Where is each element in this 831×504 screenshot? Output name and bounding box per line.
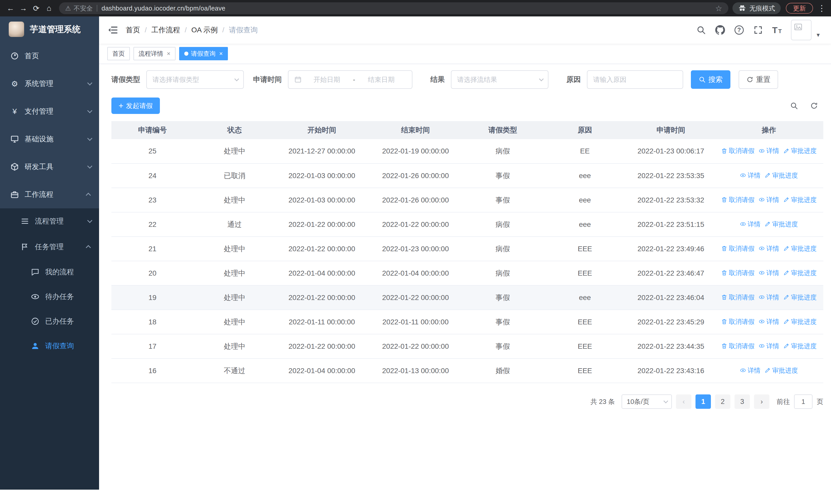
sidebar-item-leave-query[interactable]: 请假查询: [0, 334, 99, 358]
tab-leave-query[interactable]: 请假查询 ×: [179, 47, 228, 60]
prev-page-button[interactable]: ‹: [676, 394, 691, 409]
next-page-button[interactable]: ›: [754, 394, 769, 409]
browser-back-icon[interactable]: ←: [5, 2, 17, 14]
details-link[interactable]: 详情: [758, 318, 779, 326]
search-button[interactable]: 搜索: [691, 70, 730, 89]
avatar[interactable]: [791, 20, 811, 40]
page-button-2[interactable]: 2: [715, 394, 730, 409]
edit-icon: [783, 319, 790, 325]
details-link[interactable]: 详情: [758, 244, 779, 253]
breadcrumb-item-oa-example[interactable]: OA 示例: [192, 25, 218, 35]
approval-progress-link[interactable]: 审批进度: [783, 244, 816, 253]
page-size-select[interactable]: 10条/页: [622, 394, 672, 409]
page-button-3[interactable]: 3: [735, 394, 750, 409]
sidebar-item-system-management[interactable]: ⚙ 系统管理: [0, 70, 99, 97]
sidebar-item-task-management[interactable]: 任务管理: [0, 234, 99, 260]
sidebar-item-payment-management[interactable]: ¥ 支付管理: [0, 97, 99, 125]
chevron-down-icon[interactable]: ▾: [816, 31, 820, 38]
action-label: 详情: [766, 196, 779, 204]
chevron-down-icon: [234, 77, 239, 81]
browser-update-button[interactable]: 更新: [786, 3, 813, 13]
cancel-leave-link[interactable]: 取消请假: [721, 196, 754, 204]
approval-progress-link[interactable]: 审批进度: [783, 196, 816, 204]
bookmark-star-icon[interactable]: ☆: [715, 4, 722, 13]
details-link[interactable]: 详情: [758, 269, 779, 277]
browser-menu-icon[interactable]: ⋮: [817, 3, 826, 13]
incognito-label: 无痕模式: [749, 4, 775, 12]
sidebar-item-process-management[interactable]: 流程管理: [0, 208, 99, 234]
action-label: 取消请假: [729, 147, 754, 155]
cell-id: 24: [111, 164, 194, 188]
close-icon[interactable]: ×: [219, 50, 223, 57]
search-toggle-icon[interactable]: [790, 101, 798, 110]
details-link[interactable]: 详情: [740, 220, 761, 228]
approval-progress-link[interactable]: 审批进度: [765, 171, 798, 180]
approval-progress-link[interactable]: 审批进度: [783, 293, 816, 301]
result-select[interactable]: 请选择流结果: [451, 70, 548, 89]
sidebar-item-home[interactable]: 首页: [0, 42, 99, 70]
create-leave-button[interactable]: + 发起请假: [111, 97, 160, 114]
cell-end: 2022-01-13 00:00:00: [368, 358, 463, 383]
eye-icon: [758, 148, 765, 154]
sidebar-item-done-tasks[interactable]: 已办任务: [0, 309, 99, 334]
address-bar[interactable]: ⚠ 不安全 dashboard.yudao.iocoder.cn/bpm/oa/…: [59, 2, 728, 14]
menu-fold-icon[interactable]: [107, 25, 118, 35]
sidebar-item-dev-tools[interactable]: 研发工具: [0, 153, 99, 181]
chevron-down-icon: [663, 398, 668, 403]
sidebar-item-infrastructure[interactable]: 基础设施: [0, 125, 99, 153]
apply-time-range-picker[interactable]: 开始日期 - 结束日期: [288, 70, 412, 89]
browser-forward-icon[interactable]: →: [18, 2, 29, 14]
close-icon[interactable]: ×: [167, 50, 170, 57]
search-icon[interactable]: [696, 25, 706, 35]
app-logo[interactable]: 芋道管理系统: [0, 17, 99, 42]
details-link[interactable]: 详情: [740, 171, 761, 180]
details-link[interactable]: 详情: [740, 366, 761, 375]
edit-icon: [765, 172, 771, 178]
goto-page-input[interactable]: [794, 394, 812, 409]
chevron-down-icon: [539, 77, 544, 81]
details-link[interactable]: 详情: [758, 147, 779, 155]
cancel-leave-link[interactable]: 取消请假: [721, 293, 754, 301]
details-link[interactable]: 详情: [758, 196, 779, 204]
search-icon: [698, 76, 706, 83]
cell-end: 2022-01-26 00:00:00: [368, 164, 463, 188]
breadcrumb-item-home[interactable]: 首页: [126, 25, 140, 35]
tab-home[interactable]: 首页: [107, 47, 130, 60]
tab-process-detail[interactable]: 流程详情 ×: [134, 47, 175, 60]
approval-progress-link[interactable]: 审批进度: [783, 269, 816, 277]
cancel-leave-link[interactable]: 取消请假: [721, 318, 754, 326]
fullscreen-icon[interactable]: [753, 25, 763, 35]
leave-type-select[interactable]: 请选择请假类型: [146, 70, 244, 89]
cell-actions: 详情审批进度: [715, 212, 823, 237]
details-link[interactable]: 详情: [758, 342, 779, 350]
breadcrumb-item-workflow[interactable]: 工作流程: [151, 25, 180, 35]
cancel-leave-link[interactable]: 取消请假: [721, 244, 754, 253]
page-button-1[interactable]: 1: [695, 394, 711, 409]
help-icon[interactable]: ?: [734, 25, 744, 35]
approval-progress-link[interactable]: 审批进度: [765, 366, 798, 375]
page-content: 请假类型 请选择请假类型 申请时间 开始日期 - 结束日期 结果 请选择流结果: [99, 64, 831, 490]
cancel-leave-link[interactable]: 取消请假: [721, 342, 754, 350]
github-icon[interactable]: [715, 25, 725, 35]
details-link[interactable]: 详情: [758, 293, 779, 301]
pagination: 共 23 条 10条/页 ‹ 1 2 3 › 前往 页: [111, 394, 823, 409]
font-size-icon[interactable]: TT: [772, 25, 782, 35]
browser-reload-icon[interactable]: ⟳: [30, 2, 42, 14]
cancel-leave-link[interactable]: 取消请假: [721, 269, 754, 277]
table-toolbar: + 发起请假: [111, 97, 823, 114]
reason-input[interactable]: [587, 70, 683, 89]
approval-progress-link[interactable]: 审批进度: [783, 318, 816, 326]
sidebar-item-workflow[interactable]: 工作流程: [0, 181, 99, 208]
eye-icon: [740, 172, 746, 178]
approval-progress-link[interactable]: 审批进度: [765, 220, 798, 228]
security-warning[interactable]: ⚠ 不安全: [65, 4, 93, 12]
approval-progress-link[interactable]: 审批进度: [783, 147, 816, 155]
sidebar-item-todo-tasks[interactable]: 待办任务: [0, 284, 99, 309]
reset-button[interactable]: 重置: [739, 70, 778, 89]
sidebar-item-my-process[interactable]: 我的流程: [0, 260, 99, 284]
cancel-leave-link[interactable]: 取消请假: [721, 147, 754, 155]
approval-progress-link[interactable]: 审批进度: [783, 342, 816, 350]
browser-home-icon[interactable]: ⌂: [43, 2, 55, 14]
breadcrumb-separator: /: [145, 26, 147, 34]
refresh-icon[interactable]: [810, 101, 818, 110]
